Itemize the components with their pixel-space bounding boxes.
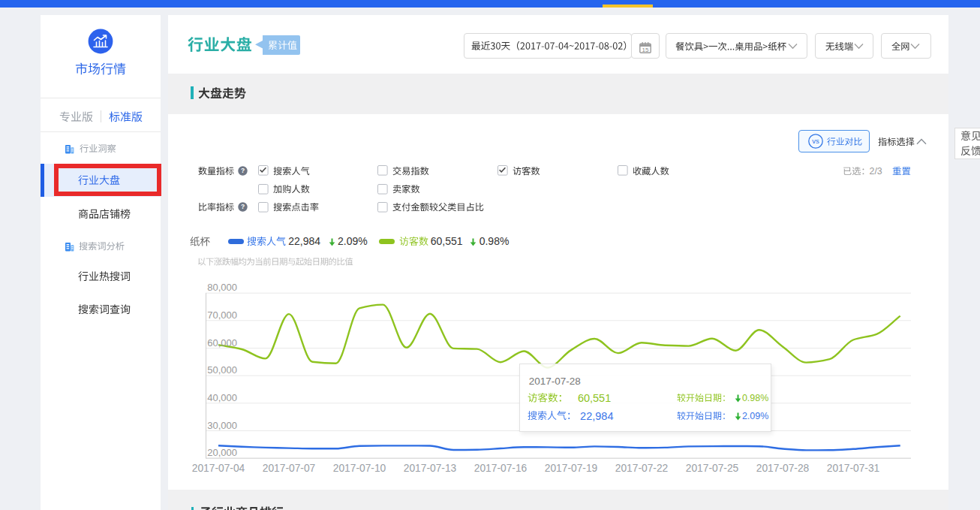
svg-text:vs: vs	[812, 137, 819, 145]
svg-text:?: ?	[241, 204, 245, 211]
svg-text:?: ?	[241, 167, 245, 174]
svg-text:15: 15	[642, 46, 649, 53]
